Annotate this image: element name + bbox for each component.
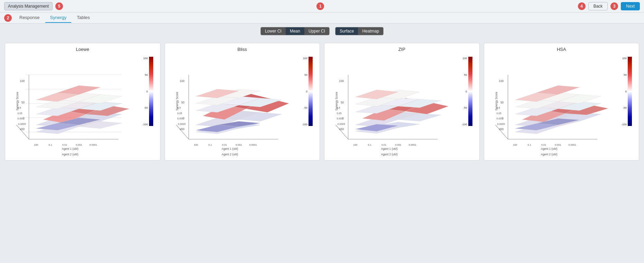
next-button[interactable]: Next [621,2,640,10]
svg-text:0.01: 0.01 [381,143,386,146]
svg-text:Agent 1 (uM): Agent 1 (uM) [62,147,79,151]
tab-tables[interactable]: Tables [72,13,95,23]
svg-text:0.1: 0.1 [208,143,212,146]
svg-text:Agent 2 (uM): Agent 2 (uM) [381,153,398,156]
svg-text:0.01: 0.01 [222,143,227,146]
svg-text:0.0005: 0.0005 [178,123,185,126]
svg-text:0.001: 0.001 [76,143,82,146]
svg-text:100: 100 [353,143,357,146]
loewe-colorbar-max: 100 [142,57,148,60]
svg-text:Agent 1 (uM): Agent 1 (uM) [381,147,398,151]
badge-1: 1 [316,2,324,10]
analysis-management-button[interactable]: Analysis Management [4,2,53,10]
hsa-chart-inner: 100 50 0 -50 Synergy Score 100 0.1 0.01 … [487,53,636,157]
svg-text:0.001: 0.001 [236,143,242,146]
svg-text:0.5: 0.5 [496,106,500,109]
svg-text:0.005: 0.005 [177,117,183,120]
svg-text:0.0001: 0.0001 [249,143,257,146]
mean-button[interactable]: Mean [286,27,304,35]
loewe-colorbar-mid3: -50 [142,106,148,109]
svg-text:0.0001: 0.0001 [409,143,416,146]
svg-text:50: 50 [181,101,184,104]
svg-text:0.1: 0.1 [368,143,371,146]
loewe-colorbar-min: -100 [142,123,148,126]
svg-text:0.05: 0.05 [496,112,501,115]
svg-text:100: 100 [180,80,184,83]
loewe-colorbar-labels: 100 50 0 -50 -100 [142,57,148,126]
hsa-colorbar-mid2: 0 [621,90,627,93]
top-bar-left: Analysis Management 5 [4,2,63,10]
badge-4: 4 [578,2,586,10]
svg-text:0.5: 0.5 [17,106,21,109]
svg-text:Agent 1 (uM): Agent 1 (uM) [221,147,238,151]
top-bar-right: 4 Back 3 Next [578,2,640,10]
zip-chart-card: ZIP [324,43,480,161]
top-bar: Analysis Management 5 1 4 Back 3 Next [0,0,644,12]
svg-text:0.001: 0.001 [395,143,401,146]
svg-text:0.5: 0.5 [337,106,340,109]
hsa-colorbar-min: -100 [621,123,627,126]
svg-text:0.001: 0.001 [555,143,561,146]
hsa-colorbar-labels: 100 50 0 -50 -100 [621,57,627,126]
loewe-chart-card: Loewe [5,43,160,161]
bliss-colorbar-container: 100 50 0 -50 -100 [302,57,313,126]
svg-text:100: 100 [194,143,198,146]
svg-text:0.5: 0.5 [177,106,181,109]
lower-ci-button[interactable]: Lower CI [261,27,286,35]
upper-ci-button[interactable]: Upper CI [304,27,329,35]
svg-text:0.0001: 0.0001 [90,143,97,146]
heatmap-button[interactable]: Heatmap [358,27,383,35]
hsa-colorbar-max: 100 [621,57,627,60]
svg-text:0.0005: 0.0005 [18,123,26,126]
svg-text:100: 100 [20,80,25,83]
svg-text:0.0001: 0.0001 [568,143,576,146]
tab-response[interactable]: Response [15,13,45,23]
hsa-colorbar [628,57,632,126]
zip-colorbar-mid3: -50 [461,106,467,109]
badge-5: 5 [55,2,63,10]
svg-marker-132 [536,85,579,94]
svg-text:0.0005: 0.0005 [497,123,505,126]
badge-2: 2 [4,14,12,22]
loewe-surface-svg: 100 50 0 -50 Synergy Score 100 0.1 0.01 … [8,53,157,157]
back-button[interactable]: Back [588,2,608,10]
tab-synergy[interactable]: Synergy [45,13,72,23]
svg-text:Agent 2 (uM): Agent 2 (uM) [541,153,557,156]
svg-text:0.1: 0.1 [527,143,531,146]
zip-colorbar-labels: 100 50 0 -50 -100 [461,57,467,126]
surface-button[interactable]: Surface [335,27,358,35]
hsa-colorbar-mid1: 50 [621,73,627,76]
zip-chart-title: ZIP [327,47,477,52]
zip-surface-svg: 100 50 0 -50 Synergy Score 100 0.1 0.01 … [327,53,477,157]
svg-text:0: 0 [339,128,341,131]
svg-text:50: 50 [341,101,344,104]
bliss-colorbar-mid2: 0 [302,90,307,93]
svg-line-97 [335,125,348,139]
charts-area: Loewe [0,39,644,165]
svg-text:0.05: 0.05 [17,112,22,115]
loewe-colorbar [149,57,153,126]
svg-text:100: 100 [34,143,38,146]
svg-marker-23 [57,85,100,94]
hsa-surface-svg: 100 50 0 -50 Synergy Score 100 0.1 0.01 … [487,53,636,157]
svg-text:0: 0 [180,128,181,131]
top-bar-center-badges: 1 [316,2,324,10]
svg-text:100: 100 [499,80,504,83]
tab-bar: 2 Response Synergy Tables [0,12,644,24]
svg-text:0.005: 0.005 [17,117,24,120]
zip-chart-inner: 100 50 0 -50 Synergy Score 100 0.1 0.01 … [327,53,477,157]
svg-text:0.1: 0.1 [49,143,52,146]
svg-text:Agent 1 (uM): Agent 1 (uM) [541,147,557,151]
hsa-colorbar-mid3: -50 [621,106,627,109]
controls-bar: Lower CI Mean Upper CI Surface Heatmap [0,24,644,39]
svg-text:100: 100 [513,143,517,146]
bliss-surface-svg: 100 50 0 -50 Synergy Score 100 0.1 0.01 … [168,53,317,157]
zip-colorbar-mid2: 0 [461,90,467,93]
bliss-chart-inner: 100 50 0 -50 Synergy Score 100 0.1 0.01 … [168,53,317,157]
svg-text:0.005: 0.005 [337,117,343,120]
svg-text:0.005: 0.005 [496,117,503,120]
zip-colorbar [468,57,472,126]
bliss-colorbar-labels: 100 50 0 -50 -100 [302,57,307,126]
bliss-chart-card: Bliss [165,43,320,161]
hsa-colorbar-container: 100 50 0 -50 -100 [621,57,632,126]
